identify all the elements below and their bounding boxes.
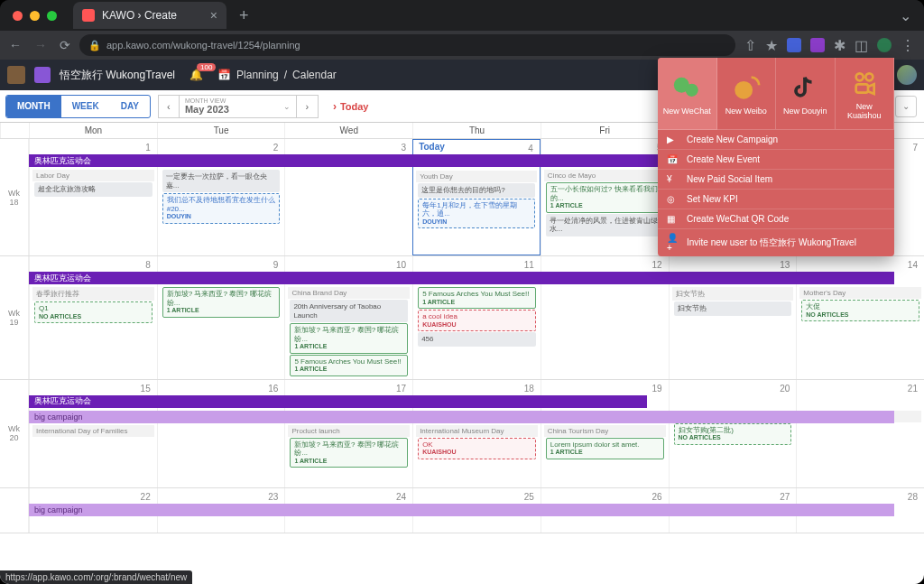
calendar-event[interactable]: 新加坡? 马来西亚? 泰国? 哪花缤纷...1 ARTICLE xyxy=(162,287,281,318)
breadcrumb-section[interactable]: Planning xyxy=(236,69,279,81)
day-number: 20 xyxy=(671,382,795,395)
popup-platform-douyin[interactable]: New Douyin xyxy=(776,58,836,130)
view-week-button[interactable]: WEEK xyxy=(61,96,110,117)
calendar-event[interactable]: a cool ideaKUAISHOU xyxy=(418,310,536,331)
calendar-event[interactable]: Q1NO ARTICLES xyxy=(34,301,152,323)
nav-back-icon[interactable]: ← xyxy=(9,38,22,52)
day-header: Wed xyxy=(284,123,412,138)
breadcrumb-page[interactable]: Calendar xyxy=(292,69,337,81)
day-number: 28 xyxy=(799,490,922,504)
calendar-cell[interactable]: 20"I Love You" Day妇女节购(第二批)NO ARTICLES xyxy=(669,380,797,487)
popup-action-label: Set New KPI xyxy=(687,194,738,204)
calendar-event[interactable]: 我们总不及待地想看宜在发生什么#20...DOUYIN xyxy=(162,193,281,224)
holiday-label: China Brand Day xyxy=(288,287,410,299)
star-icon[interactable]: ★ xyxy=(765,37,778,54)
address-bar[interactable]: 🔒 app.kawo.com/wukong-travel/1254/planni… xyxy=(79,34,735,56)
prev-month-button[interactable]: ‹ xyxy=(158,95,180,118)
calendar-event[interactable]: 5 Famous Arches You Must See!!1 ARTICLE xyxy=(290,355,408,376)
extension-icon[interactable] xyxy=(810,38,825,52)
calendar-event[interactable]: OKKUAISHOU xyxy=(418,438,536,459)
month-selector-label: MONTH VIEW xyxy=(185,97,291,104)
popup-platform-weibo[interactable]: New Weibo xyxy=(717,58,777,130)
holiday-label: Product launch xyxy=(288,425,410,437)
day-number: 21 xyxy=(799,382,922,395)
window-maximize[interactable] xyxy=(47,11,57,21)
apps-icon[interactable]: ◫ xyxy=(855,37,868,54)
calendar-event[interactable]: 一定要去一次拉萨，看一眼仓央嘉... xyxy=(162,170,281,192)
calendar-event[interactable]: 这里是你想去的目的地吗? xyxy=(418,183,535,198)
menu-icon[interactable]: ⋮ xyxy=(901,37,915,54)
calendar-event[interactable]: 寻一处清净的风景，住进被青山绿水... xyxy=(546,214,664,236)
popup-action-label: Create New Campaign xyxy=(687,134,778,144)
campaign-bar[interactable]: big campaign xyxy=(29,411,894,423)
view-day-button[interactable]: DAY xyxy=(110,96,150,117)
create-menu-popup: New WeChatNew WeiboNew DouyinNew Kuaisho… xyxy=(658,58,894,256)
calendar-event[interactable]: 每年1月和2月，在下雪的星期六，通...DOUYIN xyxy=(418,199,535,229)
douyin-icon xyxy=(790,72,820,103)
popup-action[interactable]: 📅Create New Event xyxy=(658,150,894,170)
today-button[interactable]: › Today xyxy=(324,95,378,118)
month-selector-value: May 2023 xyxy=(185,104,291,115)
calendar-event[interactable]: 超全北京旅游攻略 xyxy=(34,182,152,197)
day-number: 18 xyxy=(415,382,539,395)
popup-action[interactable]: 👤+Invite new user to 悟空旅行 WukongTravel xyxy=(658,229,894,256)
popup-action-label: Create WeChat QR Code xyxy=(687,214,789,224)
popup-action[interactable]: ▶Create New Campaign xyxy=(658,130,894,150)
day-number: 3 xyxy=(287,141,411,154)
day-header: Thu xyxy=(412,123,541,138)
popup-platform-kuaishou[interactable]: New Kuaishou xyxy=(836,58,895,130)
new-tab-button[interactable]: + xyxy=(239,6,249,25)
popup-platform-wechat[interactable]: New WeChat xyxy=(658,58,717,130)
filter-button[interactable]: ⌄ xyxy=(895,96,917,117)
day-number: 24 xyxy=(287,490,411,504)
calendar-cell[interactable]: 21Grain Buds xyxy=(796,380,924,487)
day-header: Tue xyxy=(157,123,285,138)
day-number: 8 xyxy=(32,258,155,272)
browser-tab[interactable]: KAWO › Create × xyxy=(73,2,226,29)
extensions-icon[interactable]: ✱ xyxy=(834,37,845,54)
popup-action-label: Create New Event xyxy=(687,154,760,164)
app-logo[interactable] xyxy=(7,66,25,84)
window-close[interactable] xyxy=(13,11,23,21)
window-minimize[interactable] xyxy=(30,11,40,21)
campaign-bar[interactable]: big campaign xyxy=(29,504,894,516)
calendar-event[interactable]: 五一小长假如何过? 快来看看我们的...1 ARTICLE xyxy=(546,182,664,213)
day-header: Fri xyxy=(541,123,669,138)
calendar-event[interactable]: 新加坡? 马来西亚? 泰国? 哪花缤纷...1 ARTICLE xyxy=(290,323,408,354)
brand-badge[interactable] xyxy=(34,67,51,83)
popup-action[interactable]: ◎Set New KPI xyxy=(658,190,894,209)
day-number: 5 xyxy=(543,141,667,154)
view-month-button[interactable]: MONTH xyxy=(6,96,61,117)
brand-name[interactable]: 悟空旅行 WukongTravel xyxy=(60,68,175,83)
calendar-event[interactable]: 5 Famous Arches You Must See!!1 ARTICLE xyxy=(418,287,536,309)
calendar-event[interactable]: 20th Anniversary of Taobao Launch xyxy=(290,300,408,322)
campaign-bar[interactable]: 奥林匹克运动会 xyxy=(29,395,647,408)
today-label: Today xyxy=(419,142,445,152)
day-number: 27 xyxy=(671,490,795,504)
month-selector[interactable]: MONTH VIEW May 2023 ⌄ xyxy=(180,95,297,118)
calendar-event[interactable]: 妇女节购(第二批)NO ARTICLES xyxy=(674,423,792,445)
calendar-event[interactable]: 456 xyxy=(418,332,536,347)
campaign-bar[interactable]: 奥林匹克运动会 xyxy=(29,272,894,284)
tab-close-icon[interactable]: × xyxy=(210,8,217,23)
chevron-down-icon[interactable]: ⌄ xyxy=(900,7,911,24)
popup-action[interactable]: ▦Create WeChat QR Code xyxy=(658,209,894,229)
next-month-button[interactable]: › xyxy=(297,95,319,118)
calendar-event[interactable]: 新加坡? 马来西亚? 泰国? 哪花缤纷...1 ARTICLE xyxy=(290,438,408,468)
calendar-event[interactable]: 妇女节热 xyxy=(674,301,792,316)
nav-reload-icon[interactable]: ⟳ xyxy=(60,38,70,52)
qr-icon: ▦ xyxy=(667,214,679,224)
campaign-icon: ▶ xyxy=(667,134,679,144)
popup-action[interactable]: ¥New Paid Social Item xyxy=(658,170,894,190)
holiday-label: 春季旅行推荐 xyxy=(32,287,154,301)
calendar-icon: 📅 xyxy=(217,69,231,81)
chevron-down-icon: ⌄ xyxy=(283,102,291,111)
profile-icon[interactable] xyxy=(877,38,892,52)
share-icon[interactable]: ⇧ xyxy=(744,37,756,54)
nav-forward-icon[interactable]: → xyxy=(34,38,47,52)
user-avatar[interactable] xyxy=(897,65,917,85)
calendar-event[interactable]: Lorem ipsum dolor sit amet.1 ARTICLE xyxy=(546,438,664,459)
extension-icon[interactable] xyxy=(787,38,801,52)
calendar-event[interactable]: 大促NO ARTICLES xyxy=(801,300,919,321)
day-number: 2 xyxy=(160,141,283,154)
